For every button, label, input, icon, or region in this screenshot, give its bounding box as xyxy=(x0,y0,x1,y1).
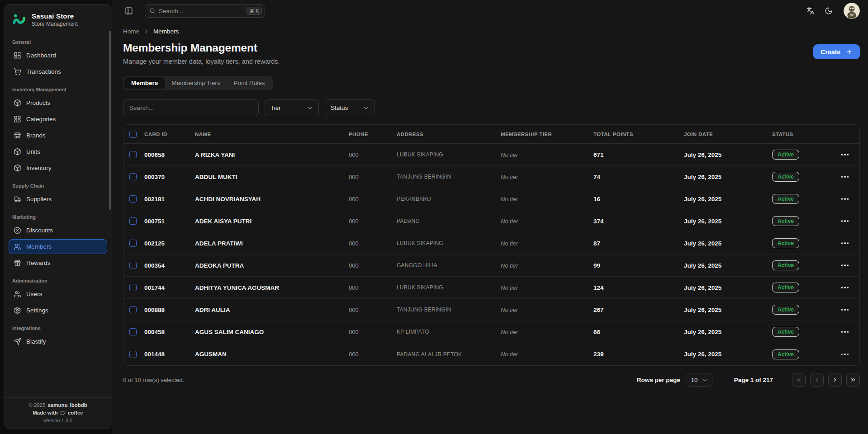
cell-name: ADEOKA PUTRA xyxy=(195,262,349,269)
cell-membership-tier: No tier xyxy=(501,307,593,313)
plus-icon xyxy=(846,48,853,55)
tab-point-rules[interactable]: Point Rules xyxy=(227,77,272,89)
status-badge: Active xyxy=(772,305,799,315)
sidebar-item-units[interactable]: Units xyxy=(9,144,107,159)
cell-phone: 000 xyxy=(349,351,397,358)
sidebar-item-users[interactable]: Users xyxy=(9,287,107,302)
sidebar-scrollbar[interactable] xyxy=(109,31,111,210)
sidebar-item-label: Discounts xyxy=(26,227,53,234)
create-button[interactable]: Create xyxy=(813,44,860,59)
row-checkbox[interactable] xyxy=(129,195,137,203)
table-row: 000370ABDUL MUKTI000TANJUNG BERINGINNo t… xyxy=(123,166,859,188)
language-button[interactable] xyxy=(805,5,816,17)
sidebar-toggle-button[interactable] xyxy=(123,5,135,17)
users-icon xyxy=(14,243,21,250)
cell-card-id: 001448 xyxy=(144,351,195,358)
breadcrumb-home-link[interactable]: Home xyxy=(123,28,139,35)
row-checkbox[interactable] xyxy=(129,351,137,358)
cell-phone: 000 xyxy=(349,284,397,291)
sidebar-item-inventory[interactable]: Inventory xyxy=(9,160,107,175)
row-checkbox[interactable] xyxy=(129,173,137,180)
send-icon xyxy=(14,338,21,345)
row-checkbox[interactable] xyxy=(129,328,137,335)
status-badge: Active xyxy=(772,260,799,270)
row-actions-button[interactable] xyxy=(840,262,850,269)
table-row: 000658A RIZKA YANI000LUBUK SIKAPINGNo ti… xyxy=(123,144,859,166)
sidebar-item-members[interactable]: Members xyxy=(9,239,107,254)
tab-members[interactable]: Members xyxy=(124,77,165,89)
row-checkbox[interactable] xyxy=(129,151,137,158)
sidebar-item-suppliers[interactable]: Suppliers xyxy=(9,192,107,207)
cell-total-points: 124 xyxy=(593,284,684,291)
cell-address: LUBUK SIKAPING xyxy=(397,240,501,246)
table-footer: 0 of 10 row(s) selected. Rows per page 1… xyxy=(123,373,860,387)
status-filter-select[interactable]: Status xyxy=(325,99,375,116)
member-search[interactable] xyxy=(123,99,259,116)
row-actions-button[interactable] xyxy=(840,173,850,180)
status-badge: Active xyxy=(772,238,799,248)
column-header-card-id: CARD ID xyxy=(144,132,195,137)
pagination-buttons xyxy=(792,373,860,387)
column-header-name: NAME xyxy=(195,132,349,137)
store-icon xyxy=(14,132,21,139)
row-checkbox[interactable] xyxy=(129,262,137,269)
row-checkbox[interactable] xyxy=(129,240,137,247)
sidebar-item-settings[interactable]: Settings xyxy=(9,303,107,318)
cell-name: ADEK AISYA PUTRI xyxy=(195,218,349,225)
cell-join-date: July 26, 2025 xyxy=(684,240,772,247)
cell-phone: 000 xyxy=(349,240,397,247)
sidebar-item-blastify[interactable]: Blastify xyxy=(9,334,107,349)
sidebar-item-dashboard[interactable]: Dashboard xyxy=(9,48,107,63)
languages-icon xyxy=(806,7,815,15)
pagination-chevrons-left-button[interactable] xyxy=(792,373,806,387)
row-actions-button[interactable] xyxy=(840,306,850,313)
global-search-input[interactable] xyxy=(159,8,243,14)
member-search-input[interactable] xyxy=(129,104,252,111)
sidebar-item-brands[interactable]: Brands xyxy=(9,128,107,143)
global-search[interactable]: ⌘ K xyxy=(145,4,265,18)
sidebar-item-transactions[interactable]: Transactions xyxy=(9,64,107,79)
cell-phone: 000 xyxy=(349,307,397,313)
row-actions-button[interactable] xyxy=(840,351,850,358)
sidebar: Sasuai Store Store Management GeneralDas… xyxy=(4,4,112,429)
search-shortcut-badge: ⌘ K xyxy=(247,7,262,15)
rows-per-page-select[interactable]: 10 xyxy=(687,373,712,387)
cell-name: A RIZKA YANI xyxy=(195,151,349,158)
rows-per-page-label: Rows per page xyxy=(637,377,680,383)
row-actions-button[interactable] xyxy=(840,284,850,291)
pagination-chevrons-right-button[interactable] xyxy=(846,373,860,387)
sidebar-item-rewards[interactable]: Rewards xyxy=(9,255,107,270)
coffee-icon xyxy=(60,410,66,415)
user-avatar[interactable] xyxy=(844,3,860,19)
row-actions-button[interactable] xyxy=(840,328,850,335)
sidebar-item-discounts[interactable]: Discounts xyxy=(9,223,107,238)
chevron-right-icon xyxy=(832,377,838,383)
row-checkbox[interactable] xyxy=(129,306,137,313)
pagination-chevron-right-button[interactable] xyxy=(828,373,842,387)
row-actions-button[interactable] xyxy=(840,151,850,158)
gift-icon xyxy=(14,259,21,267)
row-actions-button[interactable] xyxy=(840,217,850,225)
column-header-status: STATUS xyxy=(772,132,838,137)
select-all-checkbox[interactable] xyxy=(129,131,137,138)
pagination-chevron-left-button[interactable] xyxy=(810,373,824,387)
row-checkbox[interactable] xyxy=(129,217,137,225)
cell-total-points: 87 xyxy=(593,240,684,247)
cell-membership-tier: No tier xyxy=(501,218,593,225)
row-actions-button[interactable] xyxy=(840,195,850,203)
truck-icon xyxy=(14,195,21,203)
sidebar-item-categories[interactable]: Categories xyxy=(9,112,107,127)
row-actions-button[interactable] xyxy=(840,240,850,247)
row-checkbox[interactable] xyxy=(129,284,137,291)
tier-filter-select[interactable]: Tier xyxy=(265,99,319,116)
cell-name: ACHDI NOVRIANSYAH xyxy=(195,196,349,203)
tab-membership-tiers[interactable]: Membership Tiers xyxy=(165,77,227,89)
table-row: 001448AGUSMAN000PADANG ALAI JR.PETOKNo t… xyxy=(123,343,859,365)
cell-membership-tier: No tier xyxy=(501,240,593,247)
sidebar-item-products[interactable]: Products xyxy=(9,95,107,110)
cell-phone: 000 xyxy=(349,329,397,335)
version-label: Version 1.3.0 xyxy=(8,418,108,423)
cell-name: AGUSMAN xyxy=(195,351,349,358)
chevrons-right-icon xyxy=(850,377,856,383)
theme-toggle-button[interactable] xyxy=(823,5,835,17)
